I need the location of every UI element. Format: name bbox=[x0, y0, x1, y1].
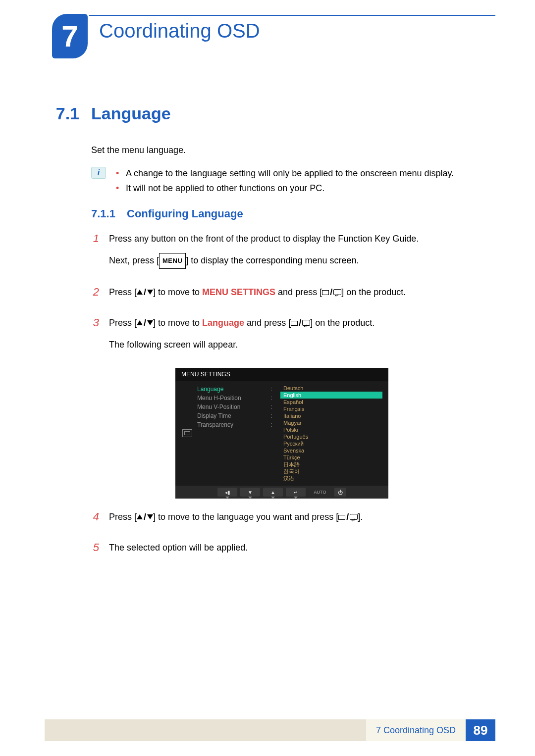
triangle-up-icon bbox=[137, 514, 143, 519]
slash-icon: / bbox=[345, 512, 350, 522]
steps-list: 1 Press any button on the front of the p… bbox=[91, 231, 482, 359]
steps-list-cont: 4 Press [/] to move to the language you … bbox=[91, 509, 482, 562]
step: 4 Press [/] to move to the language you … bbox=[91, 509, 482, 531]
menu-button-label: MENU bbox=[159, 253, 186, 269]
osd-language-item: Italiano bbox=[280, 412, 382, 419]
triangle-up-icon bbox=[137, 320, 143, 325]
note-item: A change to the language setting will on… bbox=[116, 166, 454, 181]
text-fragment: ] on the product. bbox=[310, 318, 374, 328]
osd-body: Language Menu H-Position Menu V-Position… bbox=[175, 381, 388, 486]
text-fragment: ] to move to the language you want and p… bbox=[153, 512, 338, 522]
osd-language-item: Deutsch bbox=[280, 385, 382, 392]
osd-language-item: 汉语 bbox=[280, 475, 382, 482]
osd-language-item: Português bbox=[280, 433, 382, 440]
chapter-title: Coordinating OSD bbox=[99, 20, 260, 42]
slash-icon: / bbox=[298, 318, 302, 328]
section-body: Set the menu language. i A change to the… bbox=[91, 143, 482, 562]
section-intro: Set the menu language. bbox=[91, 143, 482, 157]
osd-menu-item: Menu H-Position bbox=[197, 394, 267, 403]
step-text: Press [/] to move to MENU SETTINGS and p… bbox=[109, 285, 482, 300]
step-text: Press any button on the front of the pro… bbox=[109, 231, 482, 246]
enter-icon bbox=[350, 514, 358, 520]
step-text: The following screen will appear. bbox=[109, 337, 482, 352]
triangle-down-icon bbox=[147, 320, 153, 325]
note-item: It will not be applied to other function… bbox=[116, 181, 454, 196]
osd-language-item: Magyar bbox=[280, 419, 382, 426]
osd-language-item-selected: English bbox=[280, 392, 382, 399]
footer-chapter-label: 7 Coordinating OSD bbox=[366, 719, 466, 741]
osd-language-item: Polski bbox=[280, 426, 382, 433]
footer-bar bbox=[45, 719, 366, 741]
text-fragment: ] on the product. bbox=[341, 287, 406, 297]
source-icon bbox=[338, 515, 345, 520]
note-block: i A change to the language setting will … bbox=[91, 166, 482, 196]
chapter-number-badge: 7 bbox=[52, 14, 88, 58]
text-fragment: Press [ bbox=[109, 318, 137, 328]
section-number: 7.1 bbox=[45, 104, 79, 123]
triangle-down-icon bbox=[147, 290, 153, 295]
osd-footer: ◂▮ ▼ ▲ ↵ AUTO ⏻ bbox=[175, 486, 388, 499]
step-number: 2 bbox=[91, 285, 99, 306]
step-text: Press [/] to move to the language you wa… bbox=[109, 509, 482, 524]
slash-icon: / bbox=[143, 318, 147, 328]
osd-language-item: Türkçe bbox=[280, 454, 382, 461]
triangle-down-icon bbox=[147, 514, 153, 519]
osd-language-item: 한국어 bbox=[280, 468, 382, 475]
text-fragment: ] to move to bbox=[153, 287, 202, 297]
keyword-language: Language bbox=[202, 318, 244, 328]
step: 3 Press [/] to move to Language and pres… bbox=[91, 315, 482, 359]
subsection-title: Configuring Language bbox=[127, 207, 243, 220]
step-number: 4 bbox=[91, 509, 99, 531]
text-fragment: ]. bbox=[358, 512, 363, 522]
subsection-heading: 7.1.1 Configuring Language bbox=[91, 207, 482, 220]
step: 5 The selected option will be applied. bbox=[91, 540, 482, 562]
step-number: 1 bbox=[91, 231, 99, 276]
osd-menu-item: Language bbox=[197, 385, 267, 394]
osd-language-item: Français bbox=[280, 405, 382, 412]
text-fragment: ] to display the corresponding menu scre… bbox=[186, 255, 359, 265]
step-text: Press [/] to move to Language and press … bbox=[109, 315, 482, 330]
osd-footer-down-icon: ▼ bbox=[240, 488, 260, 497]
keyword-menu-settings: MENU SETTINGS bbox=[202, 287, 275, 297]
slash-icon: / bbox=[143, 512, 147, 522]
note-icon: i bbox=[91, 167, 106, 179]
step-number: 5 bbox=[91, 540, 99, 562]
osd-title: MENU SETTINGS bbox=[175, 368, 388, 381]
source-icon bbox=[291, 321, 298, 326]
osd-colon-column: ::::: bbox=[270, 385, 276, 482]
osd-panel: MENU SETTINGS Language Menu H-Position M… bbox=[175, 368, 388, 499]
osd-category-icon bbox=[181, 385, 193, 482]
text-fragment: Press [ bbox=[109, 287, 137, 297]
osd-footer-up-icon: ▲ bbox=[263, 488, 283, 497]
osd-language-item: Svenska bbox=[280, 447, 382, 454]
osd-footer-power-icon: ⏻ bbox=[334, 488, 346, 497]
source-icon bbox=[322, 290, 329, 295]
osd-language-item: Español bbox=[280, 399, 382, 405]
osd-menu-item: Menu V-Position bbox=[197, 403, 267, 411]
enter-icon bbox=[333, 289, 341, 295]
step-text: The selected option will be applied. bbox=[109, 540, 482, 555]
enter-icon bbox=[302, 320, 310, 326]
osd-menu-list: Language Menu H-Position Menu V-Position… bbox=[197, 385, 267, 482]
subsection-number: 7.1.1 bbox=[91, 207, 118, 220]
note-list: A change to the language setting will on… bbox=[116, 166, 454, 196]
slash-icon: / bbox=[329, 287, 333, 297]
osd-footer-back-icon: ◂▮ bbox=[217, 488, 237, 497]
page-footer: 7 Coordinating OSD 89 bbox=[45, 719, 495, 741]
osd-footer-enter-icon: ↵ bbox=[286, 488, 306, 497]
text-fragment: and press [ bbox=[275, 287, 322, 297]
osd-menu-item: Transparency bbox=[197, 420, 267, 429]
osd-menu-item: Display Time bbox=[197, 411, 267, 420]
section-title: Language bbox=[91, 104, 171, 123]
section-heading: 7.1 Language bbox=[45, 104, 490, 123]
footer-page-number: 89 bbox=[466, 719, 495, 741]
osd-language-item: Русский bbox=[280, 440, 382, 447]
step-text: Next, press [MENU] to display the corres… bbox=[109, 253, 482, 269]
text-fragment: and press [ bbox=[244, 318, 291, 328]
triangle-up-icon bbox=[137, 290, 143, 295]
header-rule bbox=[89, 15, 495, 16]
osd-footer-auto-label: AUTO bbox=[309, 488, 331, 497]
osd-language-item: 日本語 bbox=[280, 461, 382, 468]
text-fragment: Press [ bbox=[109, 512, 137, 522]
text-fragment: ] to move to bbox=[153, 318, 202, 328]
